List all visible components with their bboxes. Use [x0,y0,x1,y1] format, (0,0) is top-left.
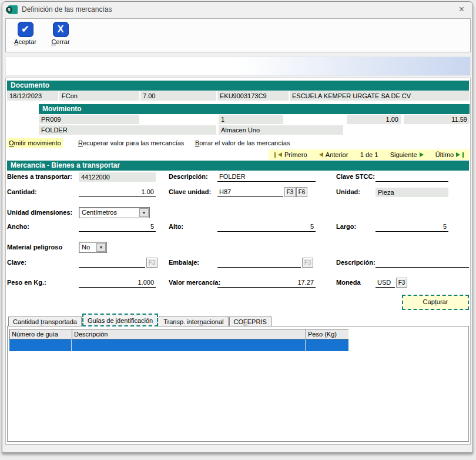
clave-unidad-input[interactable]: H87 [217,188,283,197]
header-banner [5,56,471,76]
window-title: Definición de las mercancías [22,5,112,14]
cell-descripcion[interactable] [72,339,306,351]
largo-label: Largo: [336,223,356,230]
chevron-down-icon[interactable]: ▼ [96,243,106,252]
previous-arrow-icon [319,152,323,157]
app-icon: $ [8,5,18,14]
next-arrow-icon [420,152,424,157]
close-button[interactable]: X Cerrar [46,21,75,45]
descripcion-input[interactable]: FOLDER [217,172,316,182]
moneda-f3-button[interactable]: F3 [396,278,407,288]
column-header-descripcion[interactable]: Descripción [72,329,306,339]
movimiento-descripcion-field: FOLDER [39,125,216,135]
documento-folio-field: 7.00 [140,91,216,101]
clave-f3-button: F3 [146,258,157,268]
valor-mercancia-label: Valor mercancía: [169,279,220,286]
capturar-button[interactable]: Capturar [402,295,469,310]
cell-peso-kg[interactable] [306,339,348,351]
column-header-numero-de-guia[interactable]: Número de guía [9,329,72,339]
form-area: Documento 18/12/2023 FCon 7.00 EKU900317… [5,78,471,445]
record-navigator: Primero Anterior 1 de 1 Siguiente Último [269,149,470,160]
embalaje-f3-button: F3 [302,258,313,268]
last-icon [462,152,464,158]
first-icon [274,152,276,158]
movimiento-producto-field: PR009 [39,115,139,124]
unidad-label: Unidad: [336,188,360,195]
tab-cantidad-transportada[interactable]: Cantidad transportada [8,316,82,326]
nav-previous-label: Anterior [326,151,348,158]
dollar-icon: $ [6,6,12,13]
nav-last-button[interactable]: Último [435,151,464,158]
bienes-label: Bienes a transportar: [7,173,72,180]
material-peligroso-select[interactable]: No ▼ [79,242,107,253]
table-row-selected[interactable] [9,339,348,351]
nav-previous-button[interactable]: Anterior [319,151,348,158]
check-icon: ✔ [18,22,33,37]
documento-tipo-field: FCon [59,91,139,101]
accept-label: Aceptar [11,38,40,45]
nav-first-button[interactable]: Primero [274,151,307,158]
close-label: Cerrar [46,38,75,45]
column-header-peso-kg[interactable]: Peso (Kg) [306,329,348,339]
embalaje-input[interactable] [217,258,301,268]
clave-unidad-label: Clave unidad: [169,188,211,195]
clave-stcc-input[interactable] [376,172,448,182]
documento-section-header: Documento [7,81,469,91]
ancho-input[interactable]: 5 [79,222,156,232]
omitir-movimiento-link[interactable]: Omitir movimiento [7,138,63,148]
unidad-dimensiones-label: Unidad dimensiones: [7,209,72,216]
nav-first-label: Primero [284,151,307,158]
dialog-window: $ Definición de las mercancías × ✔ Acept… [2,1,473,453]
recuperar-valor-link[interactable]: Recuperar valor para las mercancías [76,138,186,148]
largo-input[interactable]: 5 [376,222,448,232]
x-icon: X [53,22,69,37]
moneda-input[interactable]: USD [376,278,395,288]
tab-strip: Cantidad transportada Guías de identific… [8,314,272,326]
embalaje-label: Embalaje: [169,259,199,266]
tab-guias-de-identificacion[interactable]: Guías de identificación [82,314,158,326]
clave-unidad-f6-button[interactable]: F6 [296,187,307,197]
movimiento-cantidad-field: 1 [219,115,283,124]
movimiento-costo-field: 1.00 [347,115,401,124]
alto-label: Alto: [169,223,183,230]
clave-label: Clave: [7,259,26,266]
unidad-dimensiones-value: Centímetros [79,208,139,218]
mercancia-section-header: Mercancía - Bienes a transportar [7,161,469,171]
movimiento-section-header: Movimiento [39,104,470,114]
peso-kg-input[interactable]: 1.000 [79,278,156,288]
nav-last-label: Último [435,151,454,158]
peso-kg-label: Peso en Kg.: [7,279,46,286]
borrar-valor-link[interactable]: Borrar el valor de las mercancías [193,138,291,148]
tab-cofepris[interactable]: COFEPRIS [229,316,271,326]
nav-position-label: 1 de 1 [360,151,378,158]
material-peligroso-label: Material peligroso [7,244,62,251]
movimiento-almacen-field: Almacen Uno [219,125,343,135]
moneda-label: Moneda [336,279,361,286]
accept-button[interactable]: ✔ Aceptar [11,21,40,45]
documento-rfc-field: EKU9003173C9 [217,91,289,101]
descripcion-peligroso-input[interactable] [376,258,469,268]
tab-transp-internacional[interactable]: Transp. internacional [159,316,228,326]
descripcion-label: Descripción: [169,173,208,180]
clave-input[interactable] [79,258,145,268]
bienes-field: 44122000 [79,172,156,182]
nav-next-label: Siguiente [390,151,417,158]
nav-position-indicator: 1 de 1 [360,151,378,158]
documento-razon-social-field: ESCUELA KEMPER URGATE SA DE CV [290,91,470,101]
window-close-icon[interactable]: × [457,5,467,14]
descripcion-peligroso-label: Descripción: [336,259,376,266]
clave-unidad-f3-button[interactable]: F3 [284,187,296,197]
guias-table: Número de guía Descripción Peso (Kg) [9,329,348,351]
nav-next-button[interactable]: Siguiente [390,151,424,158]
unidad-dimensiones-select[interactable]: Centímetros ▼ [79,207,150,218]
toolbar: ✔ Aceptar X Cerrar [5,18,471,52]
cell-numero-de-guia[interactable] [9,339,72,351]
chevron-down-icon[interactable]: ▼ [139,208,149,217]
material-peligroso-value: No [79,242,96,252]
title-bar: $ Definición de las mercancías × [2,2,472,17]
ancho-label: Ancho: [7,223,29,230]
valor-mercancia-input[interactable]: 17.27 [217,278,316,288]
cantidad-input[interactable]: 1.00 [79,188,156,197]
alto-input[interactable]: 5 [217,222,316,232]
guias-tab-panel: Número de guía Descripción Peso (Kg) [7,326,469,442]
